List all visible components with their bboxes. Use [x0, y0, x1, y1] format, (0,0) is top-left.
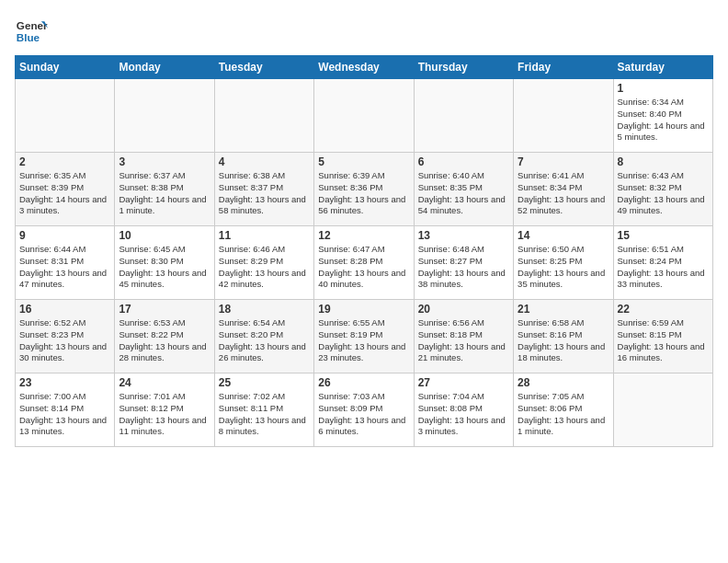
day-info: Sunrise: 6:46 AM Sunset: 8:29 PM Dayligh… [219, 244, 310, 291]
calendar-cell [613, 373, 712, 447]
day-number: 22 [618, 303, 709, 316]
calendar-cell: 11Sunrise: 6:46 AM Sunset: 8:29 PM Dayli… [214, 226, 313, 300]
calendar-cell: 10Sunrise: 6:45 AM Sunset: 8:30 PM Dayli… [115, 226, 214, 300]
day-info: Sunrise: 6:56 AM Sunset: 8:18 PM Dayligh… [418, 317, 509, 364]
weekday-header-sunday: Sunday [16, 56, 115, 79]
calendar-week-row: 16Sunrise: 6:52 AM Sunset: 8:23 PM Dayli… [16, 300, 713, 373]
calendar-cell: 22Sunrise: 6:59 AM Sunset: 8:15 PM Dayli… [613, 300, 712, 373]
day-info: Sunrise: 6:43 AM Sunset: 8:32 PM Dayligh… [618, 170, 709, 217]
calendar-cell: 7Sunrise: 6:41 AM Sunset: 8:34 PM Daylig… [514, 153, 613, 226]
calendar-cell [115, 79, 214, 153]
day-info: Sunrise: 6:51 AM Sunset: 8:24 PM Dayligh… [618, 244, 709, 291]
calendar-cell: 6Sunrise: 6:40 AM Sunset: 8:35 PM Daylig… [414, 153, 513, 226]
day-info: Sunrise: 6:44 AM Sunset: 8:31 PM Dayligh… [19, 244, 110, 291]
calendar-week-row: 2Sunrise: 6:35 AM Sunset: 8:39 PM Daylig… [16, 153, 713, 226]
day-number: 19 [318, 303, 409, 316]
calendar-cell: 17Sunrise: 6:53 AM Sunset: 8:22 PM Dayli… [115, 300, 214, 373]
calendar-cell [414, 79, 513, 153]
weekday-header-wednesday: Wednesday [314, 56, 414, 79]
calendar-cell: 3Sunrise: 6:37 AM Sunset: 8:38 PM Daylig… [115, 153, 214, 226]
day-number: 23 [19, 376, 110, 389]
calendar-cell: 4Sunrise: 6:38 AM Sunset: 8:37 PM Daylig… [214, 153, 313, 226]
day-number: 10 [119, 229, 210, 242]
weekday-header-row: SundayMondayTuesdayWednesdayThursdayFrid… [16, 56, 713, 79]
calendar-cell: 2Sunrise: 6:35 AM Sunset: 8:39 PM Daylig… [16, 153, 115, 226]
calendar-cell: 9Sunrise: 6:44 AM Sunset: 8:31 PM Daylig… [16, 226, 115, 300]
day-info: Sunrise: 6:34 AM Sunset: 8:40 PM Dayligh… [618, 97, 709, 144]
day-info: Sunrise: 6:45 AM Sunset: 8:30 PM Dayligh… [119, 244, 210, 291]
calendar-week-row: 9Sunrise: 6:44 AM Sunset: 8:31 PM Daylig… [16, 226, 713, 300]
day-number: 12 [318, 229, 409, 242]
calendar-cell: 21Sunrise: 6:58 AM Sunset: 8:16 PM Dayli… [514, 300, 613, 373]
calendar-cell [514, 79, 613, 153]
calendar-cell: 27Sunrise: 7:04 AM Sunset: 8:08 PM Dayli… [414, 373, 513, 447]
calendar-cell: 15Sunrise: 6:51 AM Sunset: 8:24 PM Dayli… [613, 226, 712, 300]
day-number: 28 [518, 376, 609, 389]
calendar-cell: 14Sunrise: 6:50 AM Sunset: 8:25 PM Dayli… [514, 226, 613, 300]
day-number: 2 [19, 155, 110, 168]
day-info: Sunrise: 6:39 AM Sunset: 8:36 PM Dayligh… [318, 170, 409, 217]
day-number: 20 [418, 303, 509, 316]
day-info: Sunrise: 7:05 AM Sunset: 8:06 PM Dayligh… [518, 391, 609, 438]
day-number: 16 [19, 303, 110, 316]
day-info: Sunrise: 7:01 AM Sunset: 8:12 PM Dayligh… [119, 391, 210, 438]
day-number: 11 [219, 229, 310, 242]
calendar-cell: 5Sunrise: 6:39 AM Sunset: 8:36 PM Daylig… [314, 153, 414, 226]
day-info: Sunrise: 6:38 AM Sunset: 8:37 PM Dayligh… [219, 170, 310, 217]
day-number: 21 [518, 303, 609, 316]
day-info: Sunrise: 6:48 AM Sunset: 8:27 PM Dayligh… [418, 244, 509, 291]
day-number: 13 [418, 229, 509, 242]
day-number: 9 [19, 229, 110, 242]
logo: General Blue [15, 15, 48, 48]
calendar-table: SundayMondayTuesdayWednesdayThursdayFrid… [15, 55, 713, 447]
calendar-cell: 12Sunrise: 6:47 AM Sunset: 8:28 PM Dayli… [314, 226, 414, 300]
day-info: Sunrise: 7:04 AM Sunset: 8:08 PM Dayligh… [418, 391, 509, 438]
day-info: Sunrise: 6:59 AM Sunset: 8:15 PM Dayligh… [618, 317, 709, 364]
weekday-header-tuesday: Tuesday [214, 56, 313, 79]
day-info: Sunrise: 6:47 AM Sunset: 8:28 PM Dayligh… [318, 244, 409, 291]
day-info: Sunrise: 6:50 AM Sunset: 8:25 PM Dayligh… [518, 244, 609, 291]
calendar-cell: 25Sunrise: 7:02 AM Sunset: 8:11 PM Dayli… [214, 373, 313, 447]
calendar-cell: 23Sunrise: 7:00 AM Sunset: 8:14 PM Dayli… [16, 373, 115, 447]
day-number: 3 [119, 155, 210, 168]
logo-icon: General Blue [15, 15, 48, 48]
day-info: Sunrise: 6:54 AM Sunset: 8:20 PM Dayligh… [219, 317, 310, 364]
calendar-cell: 28Sunrise: 7:05 AM Sunset: 8:06 PM Dayli… [514, 373, 613, 447]
day-info: Sunrise: 6:55 AM Sunset: 8:19 PM Dayligh… [318, 317, 409, 364]
day-number: 7 [518, 155, 609, 168]
day-info: Sunrise: 7:02 AM Sunset: 8:11 PM Dayligh… [219, 391, 310, 438]
day-number: 25 [219, 376, 310, 389]
calendar-cell: 8Sunrise: 6:43 AM Sunset: 8:32 PM Daylig… [613, 153, 712, 226]
calendar-week-row: 23Sunrise: 7:00 AM Sunset: 8:14 PM Dayli… [16, 373, 713, 447]
day-number: 4 [219, 155, 310, 168]
day-info: Sunrise: 6:53 AM Sunset: 8:22 PM Dayligh… [119, 317, 210, 364]
day-number: 14 [518, 229, 609, 242]
day-info: Sunrise: 6:41 AM Sunset: 8:34 PM Dayligh… [518, 170, 609, 217]
svg-text:Blue: Blue [17, 31, 40, 43]
calendar-cell: 13Sunrise: 6:48 AM Sunset: 8:27 PM Dayli… [414, 226, 513, 300]
day-number: 17 [119, 303, 210, 316]
day-info: Sunrise: 7:03 AM Sunset: 8:09 PM Dayligh… [318, 391, 409, 438]
calendar-cell [314, 79, 414, 153]
day-number: 26 [318, 376, 409, 389]
day-number: 8 [618, 155, 709, 168]
day-number: 6 [418, 155, 509, 168]
day-number: 18 [219, 303, 310, 316]
page-header: General Blue [15, 15, 713, 48]
day-info: Sunrise: 7:00 AM Sunset: 8:14 PM Dayligh… [19, 391, 110, 438]
day-info: Sunrise: 6:58 AM Sunset: 8:16 PM Dayligh… [518, 317, 609, 364]
calendar-cell [16, 79, 115, 153]
calendar-cell: 19Sunrise: 6:55 AM Sunset: 8:19 PM Dayli… [314, 300, 414, 373]
day-number: 15 [618, 229, 709, 242]
calendar-cell: 16Sunrise: 6:52 AM Sunset: 8:23 PM Dayli… [16, 300, 115, 373]
day-info: Sunrise: 6:40 AM Sunset: 8:35 PM Dayligh… [418, 170, 509, 217]
day-info: Sunrise: 6:52 AM Sunset: 8:23 PM Dayligh… [19, 317, 110, 364]
calendar-cell: 24Sunrise: 7:01 AM Sunset: 8:12 PM Dayli… [115, 373, 214, 447]
weekday-header-friday: Friday [514, 56, 613, 79]
day-number: 27 [418, 376, 509, 389]
calendar-week-row: 1Sunrise: 6:34 AM Sunset: 8:40 PM Daylig… [16, 79, 713, 153]
svg-text:General: General [17, 19, 48, 31]
weekday-header-saturday: Saturday [613, 56, 712, 79]
day-info: Sunrise: 6:35 AM Sunset: 8:39 PM Dayligh… [19, 170, 110, 217]
calendar-cell [214, 79, 313, 153]
